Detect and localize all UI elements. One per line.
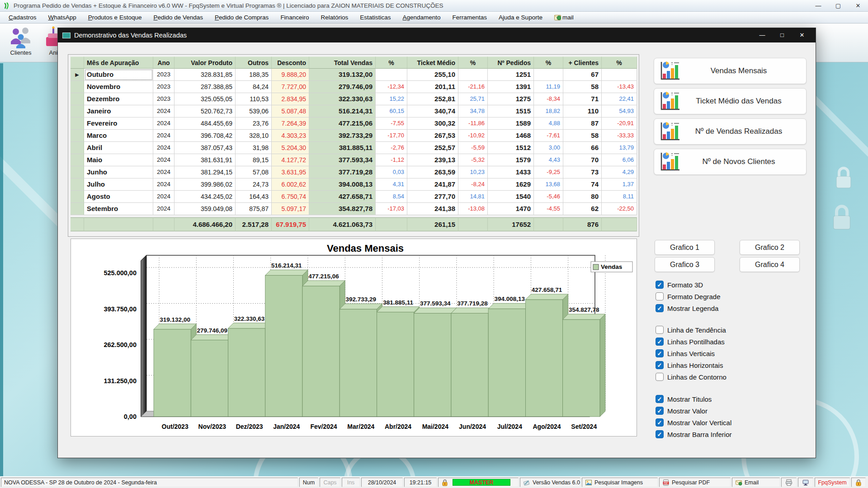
cell-year[interactable]: 2024	[153, 130, 175, 142]
cell-total[interactable]: 427.658,71	[309, 191, 376, 203]
cell-outros[interactable]: 57,08	[236, 166, 272, 178]
dialog-maximize-button[interactable]: □	[772, 28, 792, 42]
report-button-1[interactable]: Vendas Mensais	[654, 58, 807, 84]
column-header-pedidos_pct[interactable]: %	[534, 56, 563, 69]
status-search-images-button[interactable]: Pesquisar Imagens	[582, 478, 658, 487]
cell-pedidos_pct[interactable]: 13,68	[534, 178, 563, 191]
grafico-button-4[interactable]: Grafico 4	[740, 257, 800, 272]
checkbox-formato-degrade[interactable]: Formato Degrade	[656, 291, 721, 301]
cell-desconto[interactable]: 3.631,95	[272, 166, 309, 178]
cell-month[interactable]: Novembro	[84, 81, 153, 93]
cell-pedidos_pct[interactable]: 11,19	[534, 81, 563, 93]
cell-month[interactable]: Marco	[84, 130, 153, 142]
column-header-year[interactable]: Ano	[153, 56, 175, 69]
table-row[interactable]: Marco2024396.708,42328,104.303,23392.733…	[71, 130, 637, 142]
column-header-pedidos[interactable]: Nº Pedidos	[488, 56, 534, 69]
menu-item-produtos-e-estoque[interactable]: Produtos e Estoque	[82, 12, 148, 23]
checkbox-checked-icon[interactable]: ✓	[656, 418, 664, 427]
cell-desconto[interactable]: 2.834,95	[272, 93, 309, 105]
cell-clientes[interactable]: 66	[563, 142, 602, 154]
grafico-button-1[interactable]: Grafico 1	[655, 240, 715, 255]
cell-desconto[interactable]: 5.097,17	[272, 203, 309, 215]
cell-pedidos[interactable]: 1433	[488, 166, 534, 178]
cell-year[interactable]: 2024	[153, 142, 175, 154]
cell-clientes_pct[interactable]: -20,91	[602, 117, 637, 130]
cell-month[interactable]: Julho	[84, 178, 153, 191]
cell-pedidos_pct[interactable]: -8,34	[534, 93, 563, 105]
cell-clientes_pct[interactable]: 6,06	[602, 154, 637, 166]
cell-pedidos[interactable]: 1515	[488, 105, 534, 117]
cell-year[interactable]: 2024	[153, 178, 175, 191]
column-header-clientes[interactable]: + Clientes	[563, 56, 602, 69]
cell-valor[interactable]: 328.831,85	[175, 69, 236, 81]
cell-ticket[interactable]: 241,38	[407, 203, 458, 215]
cell-outros[interactable]: 24,73	[236, 178, 272, 191]
checkbox-checked-icon[interactable]: ✓	[656, 395, 664, 403]
checkbox-checked-icon[interactable]: ✓	[656, 349, 664, 357]
cell-year[interactable]: 2024	[153, 203, 175, 215]
checkbox-linhas-pontilhadas[interactable]: ✓Linhas Pontilhadas	[656, 337, 725, 347]
cell-ticket[interactable]: 239,13	[407, 154, 458, 166]
cell-month[interactable]: Maio	[84, 154, 153, 166]
cell-clientes_pct[interactable]: 54,93	[602, 105, 637, 117]
cell-valor[interactable]: 381.294,15	[175, 166, 236, 178]
column-header-total[interactable]: Total Vendas	[309, 56, 376, 69]
cell-outros[interactable]: 328,10	[236, 130, 272, 142]
cell-pedidos[interactable]: 1470	[488, 203, 534, 215]
dialog-minimize-button[interactable]: —	[752, 28, 772, 42]
status-search-pdf-button[interactable]: PDFPesquisar PDF	[659, 478, 731, 487]
cell-pedidos[interactable]: 1391	[488, 81, 534, 93]
column-header-valor[interactable]: Valor Produto	[175, 56, 236, 69]
cell-desconto[interactable]: 5.087,48	[272, 105, 309, 117]
cell-total[interactable]: 392.733,29	[309, 130, 376, 142]
cell-ticket[interactable]: 241,87	[407, 178, 458, 191]
cell-pedidos_pct[interactable]: -4,55	[534, 203, 563, 215]
cell-month[interactable]: Setembro	[84, 203, 153, 215]
checkbox-mostrar-legenda[interactable]: ✓Mostrar Legenda	[656, 303, 718, 313]
cell-ticket[interactable]: 252,57	[407, 142, 458, 154]
cell-pedidos_pct[interactable]: 18,82	[534, 105, 563, 117]
menu-item-relat-rios[interactable]: Relatórios	[315, 12, 354, 23]
cell-valor[interactable]: 325.055,05	[175, 93, 236, 105]
cell-pedidos_pct[interactable]: 4,43	[534, 154, 563, 166]
cell-ticket_pct[interactable]: 25,71	[458, 93, 488, 105]
report-button-4[interactable]: Nº de Novos Clientes	[654, 149, 807, 175]
cell-month[interactable]: Abril	[84, 142, 153, 154]
cell-clientes[interactable]: 62	[563, 203, 602, 215]
checkbox-linha-de-tend-ncia[interactable]: Linha de Tendência	[656, 325, 726, 335]
cell-valor[interactable]: 381.631,91	[175, 154, 236, 166]
menu-item-mail[interactable]: mail	[548, 12, 580, 23]
cell-clientes[interactable]: 58	[563, 130, 602, 142]
menu-item-estatisticas[interactable]: Estatisticas	[354, 12, 396, 23]
cell-pedidos_pct[interactable]: 4,88	[534, 117, 563, 130]
cell-ticket[interactable]: 277,70	[407, 191, 458, 203]
checkbox-checked-icon[interactable]: ✓	[656, 281, 664, 289]
cell-desconto[interactable]: 5.204,30	[272, 142, 309, 154]
cell-ticket_pct[interactable]: -21,16	[458, 81, 488, 93]
checkbox-checked-icon[interactable]: ✓	[656, 361, 664, 369]
cell-pedidos[interactable]: 1468	[488, 130, 534, 142]
cell-total_pct[interactable]: -7,55	[376, 117, 407, 130]
cell-pedidos[interactable]: 1275	[488, 93, 534, 105]
cell-clientes[interactable]: 67	[563, 69, 602, 81]
row-selector[interactable]	[71, 142, 84, 154]
row-selector[interactable]	[71, 191, 84, 203]
checkbox-unchecked-icon[interactable]	[656, 292, 664, 300]
cell-year[interactable]: 2024	[153, 191, 175, 203]
cell-clientes[interactable]: 74	[563, 178, 602, 191]
table-row[interactable]: Janeiro2024520.762,73539,065.087,48516.2…	[71, 105, 637, 117]
table-row[interactable]: Abril2024387.057,4331,985.204,30381.885,…	[71, 142, 637, 154]
cell-pedidos[interactable]: 1629	[488, 178, 534, 191]
cell-month[interactable]: Outubro	[84, 69, 153, 81]
menu-item-cadastros[interactable]: Cadastros	[3, 12, 42, 23]
column-header-month[interactable]: Mês de Apuração	[84, 56, 153, 69]
cell-pedidos[interactable]: 1540	[488, 191, 534, 203]
minimize-button[interactable]: —	[808, 2, 828, 9]
table-row[interactable]: Fevereiro2024484.455,6923,767.264,39477.…	[71, 117, 637, 130]
table-row[interactable]: Julho2024399.986,0224,736.002,62394.008,…	[71, 178, 637, 191]
grafico-button-2[interactable]: Grafico 2	[740, 240, 800, 255]
checkbox-mostrar-barra-inferior[interactable]: ✓Mostrar Barra Inferior	[656, 429, 732, 439]
cell-ticket[interactable]: 340,74	[407, 105, 458, 117]
checkbox-mostrar-valor[interactable]: ✓Mostrar Valor	[656, 406, 708, 416]
cell-valor[interactable]: 287.388,85	[175, 81, 236, 93]
